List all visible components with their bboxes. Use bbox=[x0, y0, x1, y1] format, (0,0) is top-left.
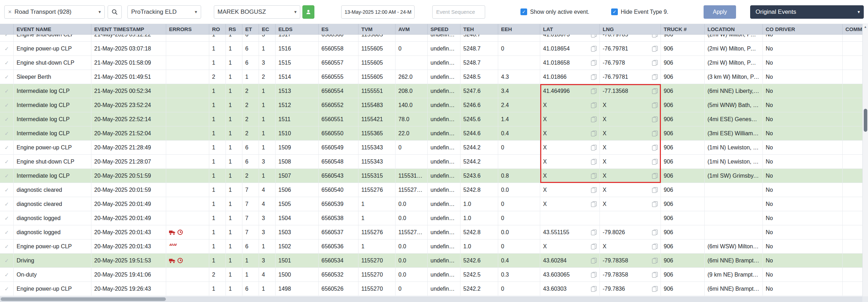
row-check-icon[interactable]: ✓ bbox=[5, 173, 9, 179]
copy-icon[interactable] bbox=[652, 173, 658, 179]
event-sequence-input[interactable] bbox=[432, 5, 485, 19]
copy-icon[interactable] bbox=[652, 229, 658, 236]
copy-icon[interactable] bbox=[652, 144, 658, 151]
table-row[interactable]: ✓Intermediate log CLP20-May-2025 23:52:2… bbox=[0, 98, 868, 112]
copy-icon[interactable] bbox=[591, 130, 597, 137]
copy-icon[interactable] bbox=[591, 243, 597, 250]
apply-button[interactable]: Apply bbox=[704, 5, 736, 19]
column-header-name[interactable]: EVENT NAME bbox=[14, 24, 91, 34]
copy-icon[interactable] bbox=[591, 286, 597, 292]
column-header-lng[interactable]: LNG bbox=[600, 24, 661, 34]
copy-icon[interactable] bbox=[591, 257, 597, 264]
search-button[interactable] bbox=[108, 5, 122, 19]
copy-icon[interactable] bbox=[652, 46, 658, 52]
column-header-ec[interactable]: EC bbox=[259, 24, 276, 34]
vertical-scrollbar[interactable]: ▲ bbox=[862, 24, 868, 296]
row-check-icon[interactable]: ✓ bbox=[5, 130, 9, 136]
copy-icon[interactable] bbox=[591, 201, 597, 207]
row-check-icon[interactable]: ✓ bbox=[5, 229, 9, 235]
table-row[interactable]: ✓Sleeper Berth21-May-2025 01:49:51211215… bbox=[0, 70, 868, 84]
row-check-icon[interactable]: ✓ bbox=[5, 243, 9, 249]
row-check-icon[interactable]: ✓ bbox=[5, 35, 9, 37]
copy-icon[interactable] bbox=[652, 116, 658, 123]
column-header-ts[interactable]: EVENT TIMESTAMP bbox=[91, 24, 166, 34]
copy-icon[interactable] bbox=[591, 144, 597, 151]
driver-select[interactable]: MAREK BOGUSZ ▾ bbox=[214, 5, 301, 19]
table-row[interactable]: ✓Engine shut-down CLP21-May-2025 05:12:2… bbox=[0, 35, 868, 42]
date-range-input[interactable] bbox=[341, 5, 415, 19]
table-row[interactable]: ✓Intermediate log CLP20-May-2025 20:51:5… bbox=[0, 169, 868, 183]
table-row[interactable]: ✓Intermediate log CLP21-May-2025 00:52:3… bbox=[0, 84, 868, 98]
vertical-scroll-thumb[interactable] bbox=[864, 109, 867, 132]
table-row[interactable]: ✓Intermediate log CLP20-May-2025 22:52:1… bbox=[0, 112, 868, 126]
row-check-icon[interactable]: ✓ bbox=[5, 46, 9, 52]
row-check-icon[interactable]: ✓ bbox=[5, 215, 9, 221]
column-header-check[interactable] bbox=[0, 24, 14, 34]
row-check-icon[interactable]: ✓ bbox=[5, 116, 9, 122]
column-header-tvm[interactable]: TVM bbox=[358, 24, 396, 34]
table-row[interactable]: ✓Engine shut-down CLP21-May-2025 01:58:0… bbox=[0, 56, 868, 70]
column-header-avm[interactable]: AVM bbox=[396, 24, 428, 34]
copy-icon[interactable] bbox=[591, 159, 597, 165]
column-header-errors[interactable]: ERRORS bbox=[166, 24, 209, 34]
table-row[interactable]: ✓diagnostic cleared20-May-2025 20:01:491… bbox=[0, 197, 868, 211]
table-row[interactable]: ✓Engine shut-down CLP20-May-2025 21:28:0… bbox=[0, 155, 868, 169]
column-header-co[interactable]: CO DRIVER bbox=[763, 24, 843, 34]
column-header-eeh[interactable]: EEH bbox=[498, 24, 540, 34]
copy-icon[interactable] bbox=[652, 257, 658, 264]
copy-icon[interactable] bbox=[652, 74, 658, 80]
copy-icon[interactable] bbox=[591, 46, 597, 52]
show-active-checkbox[interactable]: ✓ Show only active event. bbox=[520, 8, 589, 15]
copy-icon[interactable] bbox=[591, 102, 597, 108]
copy-icon[interactable] bbox=[591, 272, 597, 278]
table-row[interactable]: ✓diagnostic logged20-May-2025 20:01:4311… bbox=[0, 225, 868, 239]
copy-icon[interactable] bbox=[652, 187, 658, 193]
copy-icon[interactable] bbox=[652, 243, 658, 250]
row-check-icon[interactable]: ✓ bbox=[5, 201, 9, 207]
table-row[interactable]: ✓diagnostic cleared20-May-2025 20:01:591… bbox=[0, 183, 868, 197]
table-row[interactable]: ✓Driving20-May-2025 19:51:53111315016560… bbox=[0, 254, 868, 268]
view-mode-select[interactable]: Original Events ▾ bbox=[750, 5, 864, 19]
copy-icon[interactable] bbox=[652, 201, 658, 207]
copy-icon[interactable] bbox=[652, 102, 658, 108]
hide-type9-checkbox[interactable]: ✓ Hide Event Type 9. bbox=[611, 8, 668, 15]
scroll-up-arrow-icon[interactable]: ▲ bbox=[863, 24, 868, 30]
copy-icon[interactable] bbox=[652, 159, 658, 165]
copy-icon[interactable] bbox=[652, 286, 658, 292]
column-header-et[interactable]: ET bbox=[242, 24, 259, 34]
copy-icon[interactable] bbox=[591, 60, 597, 66]
copy-icon[interactable] bbox=[591, 229, 597, 236]
copy-icon[interactable] bbox=[652, 88, 658, 94]
table-row[interactable]: ✓Engine power-up CLP21-May-2025 03:07:18… bbox=[0, 42, 868, 56]
row-check-icon[interactable]: ✓ bbox=[5, 144, 9, 150]
copy-icon[interactable] bbox=[591, 173, 597, 179]
column-header-location[interactable]: LOCATION bbox=[705, 24, 763, 34]
column-header-elds[interactable]: ELDS bbox=[276, 24, 319, 34]
column-header-rs[interactable]: RS bbox=[226, 24, 242, 34]
row-check-icon[interactable]: ✓ bbox=[5, 102, 9, 108]
horizontal-scrollbar[interactable] bbox=[0, 296, 862, 302]
column-header-lat[interactable]: LAT bbox=[540, 24, 600, 34]
column-header-truck[interactable]: TRUCK # bbox=[661, 24, 705, 34]
copy-icon[interactable] bbox=[652, 130, 658, 137]
copy-icon[interactable] bbox=[591, 88, 597, 94]
row-check-icon[interactable]: ✓ bbox=[5, 272, 9, 278]
column-header-ro[interactable]: RO bbox=[209, 24, 226, 34]
row-check-icon[interactable]: ✓ bbox=[5, 159, 9, 165]
table-row[interactable]: ✓On-duty20-May-2025 19:41:06211415006560… bbox=[0, 268, 868, 282]
provider-select[interactable]: ProTracking ELD ▾ bbox=[127, 5, 201, 19]
copy-icon[interactable] bbox=[652, 60, 658, 66]
copy-icon[interactable] bbox=[652, 272, 658, 278]
copy-icon[interactable] bbox=[591, 35, 597, 38]
table-row[interactable]: ✓Engine power-up CLP20-May-2025 21:28:49… bbox=[0, 141, 868, 155]
driver-action-button[interactable] bbox=[302, 5, 314, 19]
copy-icon[interactable] bbox=[652, 35, 658, 38]
row-check-icon[interactable]: ✓ bbox=[5, 187, 9, 193]
table-row[interactable]: ✓Engine power-up CLP20-May-2025 19:26:43… bbox=[0, 282, 868, 296]
column-header-speed[interactable]: SPEED bbox=[428, 24, 460, 34]
row-check-icon[interactable]: ✓ bbox=[5, 74, 9, 80]
row-check-icon[interactable]: ✓ bbox=[5, 286, 9, 292]
copy-icon[interactable] bbox=[591, 116, 597, 123]
copy-icon[interactable] bbox=[591, 74, 597, 80]
table-row[interactable]: ✓Engine power-up CLP20-May-2025 20:01:43… bbox=[0, 239, 868, 254]
